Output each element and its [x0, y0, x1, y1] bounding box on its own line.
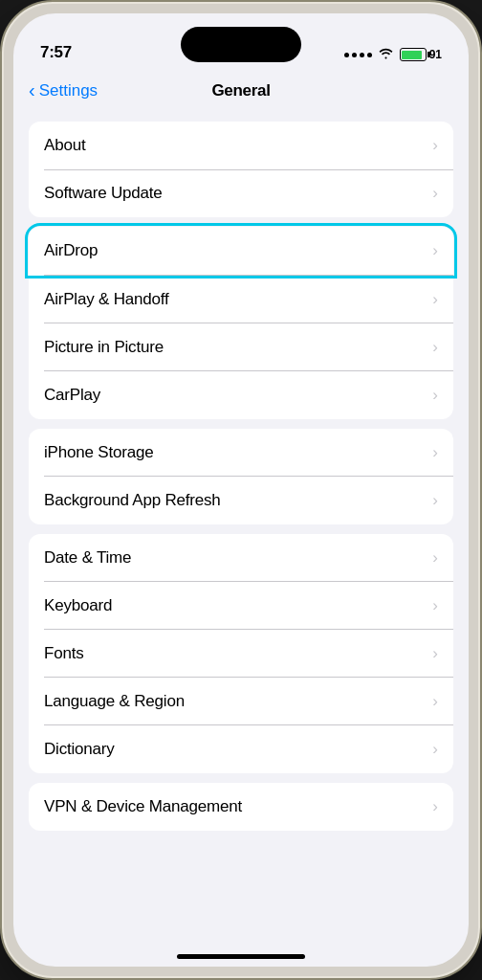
software-update-label: Software Update — [44, 184, 163, 203]
dynamic-island — [181, 27, 301, 62]
wifi-icon — [378, 47, 394, 62]
settings-item-background-app-refresh[interactable]: Background App Refresh › — [29, 477, 453, 524]
battery-icon — [400, 48, 427, 61]
signal-dot-3 — [360, 53, 364, 57]
carplay-chevron-icon: › — [432, 386, 438, 405]
keyboard-chevron-icon: › — [432, 596, 438, 615]
fonts-label: Fonts — [44, 644, 84, 663]
settings-item-keyboard[interactable]: Keyboard › — [29, 582, 453, 630]
background-app-refresh-label: Background App Refresh — [44, 491, 221, 510]
home-indicator — [177, 954, 305, 959]
phone-frame: 7:57 — [0, 0, 482, 980]
settings-group-1: About › Software Update › — [29, 122, 453, 217]
airdrop-chevron-icon: › — [432, 241, 438, 260]
settings-item-picture-in-picture[interactable]: Picture in Picture › — [29, 323, 453, 371]
date-time-chevron-icon: › — [432, 548, 438, 568]
picture-in-picture-chevron-icon: › — [432, 338, 438, 357]
phone-screen: 7:57 — [13, 13, 469, 967]
picture-in-picture-label: Picture in Picture — [44, 338, 164, 357]
back-button[interactable]: ‹ Settings — [29, 80, 98, 101]
dictionary-chevron-icon: › — [432, 740, 438, 759]
settings-item-vpn-device-management[interactable]: VPN & Device Management › — [29, 783, 453, 831]
settings-item-airplay-handoff[interactable]: AirPlay & Handoff › — [29, 276, 453, 323]
status-time: 7:57 — [40, 43, 72, 62]
iphone-storage-chevron-icon: › — [432, 443, 438, 462]
settings-item-date-time[interactable]: Date & Time › — [29, 534, 453, 582]
settings-item-dictionary[interactable]: Dictionary › — [29, 725, 453, 773]
settings-item-software-update[interactable]: Software Update › — [29, 169, 453, 217]
back-label: Settings — [39, 81, 98, 100]
airplay-handoff-chevron-icon: › — [432, 290, 438, 309]
airplay-handoff-label: AirPlay & Handoff — [44, 290, 168, 309]
airdrop-label: AirDrop — [44, 241, 98, 260]
vpn-device-management-label: VPN & Device Management — [44, 797, 242, 816]
settings-item-carplay[interactable]: CarPlay › — [29, 371, 453, 419]
settings-item-about[interactable]: About › — [29, 122, 453, 169]
battery-container: 91 — [400, 48, 442, 61]
battery-percentage: 91 — [429, 48, 442, 61]
settings-group-3: iPhone Storage › Background App Refresh … — [29, 429, 453, 524]
software-update-chevron-icon: › — [432, 184, 438, 203]
date-time-label: Date & Time — [44, 548, 131, 568]
settings-item-iphone-storage[interactable]: iPhone Storage › — [29, 429, 453, 477]
signal-dot-2 — [352, 53, 357, 57]
about-label: About — [44, 136, 85, 155]
carplay-label: CarPlay — [44, 386, 100, 405]
battery-fill — [402, 51, 422, 59]
background-app-refresh-chevron-icon: › — [432, 491, 438, 510]
iphone-storage-label: iPhone Storage — [44, 443, 153, 462]
settings-group-4: Date & Time › Keyboard › Fonts › Languag… — [29, 534, 453, 773]
settings-group-5: VPN & Device Management › — [29, 783, 453, 831]
nav-bar: ‹ Settings General — [13, 70, 469, 112]
back-chevron-icon: ‹ — [29, 79, 35, 101]
settings-content: About › Software Update › AirDrop › A — [13, 112, 469, 934]
settings-item-fonts[interactable]: Fonts › — [29, 630, 453, 678]
language-region-chevron-icon: › — [432, 692, 438, 711]
nav-title: General — [211, 81, 270, 100]
keyboard-label: Keyboard — [44, 596, 112, 615]
status-icons: 91 — [344, 47, 442, 62]
signal-dot-1 — [344, 53, 349, 57]
settings-group-2: AirDrop › AirPlay & Handoff › Picture in… — [29, 227, 453, 419]
dictionary-label: Dictionary — [44, 740, 115, 759]
settings-item-language-region[interactable]: Language & Region › — [29, 678, 453, 725]
signal-icon — [344, 53, 372, 57]
fonts-chevron-icon: › — [432, 644, 438, 663]
about-chevron-icon: › — [432, 136, 438, 155]
settings-item-airdrop[interactable]: AirDrop › — [29, 227, 453, 275]
language-region-label: Language & Region — [44, 692, 185, 711]
vpn-device-management-chevron-icon: › — [432, 797, 438, 816]
signal-dot-4 — [367, 53, 372, 57]
